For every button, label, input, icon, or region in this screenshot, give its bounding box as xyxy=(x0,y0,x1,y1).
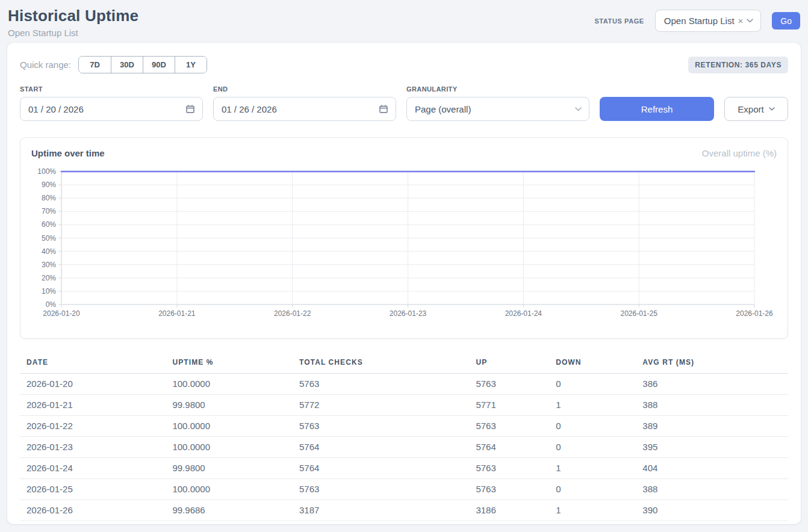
table-cell: 388 xyxy=(636,479,788,500)
table-cell: 0 xyxy=(549,479,636,500)
filters-row: START 01 / 20 / 2026 END 01 / 26 / 2026 xyxy=(20,85,788,121)
uptime-line-chart: 0%10%20%30%40%50%60%70%80%90%100%2026-01… xyxy=(30,167,778,324)
quick-range-label: Quick range: xyxy=(20,60,71,70)
start-date-input[interactable]: 01 / 20 / 2026 xyxy=(20,97,203,121)
svg-text:90%: 90% xyxy=(42,181,56,189)
table-cell: 3186 xyxy=(469,500,549,521)
table-cell: 0 xyxy=(549,374,636,395)
table-row: 2026-01-2699.9686318731861390 xyxy=(20,500,788,521)
svg-text:70%: 70% xyxy=(42,207,56,215)
quick-range-1y[interactable]: 1Y xyxy=(175,57,207,73)
table-row: 2026-01-22100.0000576357630389 xyxy=(20,416,788,437)
table-cell: 388 xyxy=(636,395,788,416)
table-cell: 2026-01-24 xyxy=(20,458,166,479)
table-cell: 3187 xyxy=(293,500,469,521)
table-row: 2026-01-20100.0000576357630386 xyxy=(20,374,788,395)
quick-range-group: Quick range: 7D30D90D1Y xyxy=(20,56,207,73)
granularity-select[interactable]: Page (overall) xyxy=(406,97,589,121)
status-page-label: STATUS PAGE xyxy=(594,17,644,25)
table-cell: 386 xyxy=(636,374,788,395)
start-date-value: 01 / 20 / 2026 xyxy=(28,104,84,114)
table-cell: 389 xyxy=(636,416,788,437)
end-date-field: END 01 / 26 / 2026 xyxy=(213,85,396,121)
chart-title: Uptime over time xyxy=(31,148,105,158)
quick-range-30d[interactable]: 30D xyxy=(111,57,143,73)
svg-text:2026-01-25: 2026-01-25 xyxy=(620,309,657,318)
page-header: Historical Uptime Open Startup List STAT… xyxy=(0,0,808,43)
calendar-icon[interactable] xyxy=(185,104,195,114)
table-row: 2026-01-23100.0000576457640395 xyxy=(20,437,788,458)
column-header: TOTAL CHECKS xyxy=(293,353,469,374)
svg-text:50%: 50% xyxy=(42,234,56,243)
table-cell: 2026-01-22 xyxy=(20,416,166,437)
page-subtitle: Open Startup List xyxy=(8,28,138,38)
table-cell: 5771 xyxy=(469,395,549,416)
table-cell: 5763 xyxy=(469,374,549,395)
table-cell: 5763 xyxy=(293,416,469,437)
granularity-field: GRANULARITY Page (overall) xyxy=(406,85,589,121)
quick-range-90d[interactable]: 90D xyxy=(143,57,175,73)
export-label: Export xyxy=(738,104,763,114)
uptime-table: DATEUPTIME %TOTAL CHECKSUPDOWNAVG RT (MS… xyxy=(20,353,788,521)
table-cell: 2026-01-25 xyxy=(20,479,166,500)
calendar-icon[interactable] xyxy=(379,104,388,114)
export-button[interactable]: Export xyxy=(724,97,788,121)
svg-text:80%: 80% xyxy=(42,194,56,202)
chart-legend: Overall uptime (%) xyxy=(702,148,777,158)
table-cell: 99.9800 xyxy=(166,395,293,416)
end-date-input[interactable]: 01 / 26 / 2026 xyxy=(213,97,396,121)
quick-range-buttons: 7D30D90D1Y xyxy=(78,56,207,73)
table-row: 2026-01-2499.9800576457631404 xyxy=(20,458,788,479)
chevron-down-icon xyxy=(747,19,753,23)
chevron-down-icon xyxy=(769,107,775,111)
main-panel: Quick range: 7D30D90D1Y RETENTION: 365 D… xyxy=(7,43,801,524)
column-header: DOWN xyxy=(549,353,636,374)
table-cell: 5764 xyxy=(293,458,469,479)
quick-range-row: Quick range: 7D30D90D1Y RETENTION: 365 D… xyxy=(20,56,788,73)
svg-text:2026-01-21: 2026-01-21 xyxy=(158,309,196,318)
granularity-label: GRANULARITY xyxy=(406,85,589,93)
chart-svg: 0%10%20%30%40%50%60%70%80%90%100%2026-01… xyxy=(30,167,777,322)
go-button[interactable]: Go xyxy=(772,12,800,29)
refresh-button[interactable]: Refresh xyxy=(600,97,714,121)
table-cell: 1 xyxy=(549,500,636,521)
table-cell: 2026-01-26 xyxy=(20,500,166,521)
svg-text:100%: 100% xyxy=(37,167,56,176)
status-page-value: Open Startup List xyxy=(664,16,735,26)
table-cell: 100.0000 xyxy=(166,374,293,395)
svg-text:2026-01-23: 2026-01-23 xyxy=(390,309,427,318)
table-cell: 99.9686 xyxy=(166,500,293,521)
table-cell: 0 xyxy=(549,437,636,458)
granularity-value: Page (overall) xyxy=(415,104,471,114)
end-label: END xyxy=(213,85,396,93)
column-header: AVG RT (MS) xyxy=(636,353,788,374)
svg-text:10%: 10% xyxy=(42,287,56,295)
table-cell: 100.0000 xyxy=(166,479,293,500)
column-header: UP xyxy=(469,353,549,374)
svg-text:2026-01-26: 2026-01-26 xyxy=(736,309,773,318)
table-cell: 2026-01-21 xyxy=(20,395,166,416)
page-title: Historical Uptime xyxy=(8,7,138,25)
uptime-chart-card: Uptime over time Overall uptime (%) 0%10… xyxy=(20,137,788,339)
svg-text:2026-01-22: 2026-01-22 xyxy=(274,309,311,318)
header-controls: STATUS PAGE Open Startup List × Go xyxy=(594,7,800,32)
table-cell: 5763 xyxy=(469,458,549,479)
table-cell: 1 xyxy=(549,458,636,479)
column-header: DATE xyxy=(20,353,166,374)
chevron-down-icon xyxy=(575,107,582,111)
table-cell: 99.9800 xyxy=(166,458,293,479)
start-date-field: START 01 / 20 / 2026 xyxy=(20,85,203,121)
status-page-select[interactable]: Open Startup List × xyxy=(655,10,762,32)
column-header: UPTIME % xyxy=(166,353,293,374)
quick-range-7d[interactable]: 7D xyxy=(79,57,111,73)
svg-text:2026-01-20: 2026-01-20 xyxy=(43,309,80,318)
table-cell: 5764 xyxy=(469,437,549,458)
table-cell: 2026-01-20 xyxy=(20,374,166,395)
start-label: START xyxy=(20,85,203,93)
svg-text:40%: 40% xyxy=(42,247,56,256)
table-cell: 5763 xyxy=(293,479,469,500)
end-date-value: 01 / 26 / 2026 xyxy=(222,104,277,114)
svg-text:60%: 60% xyxy=(42,220,56,229)
clear-selection-icon[interactable]: × xyxy=(738,16,744,25)
table-cell: 1 xyxy=(549,395,636,416)
